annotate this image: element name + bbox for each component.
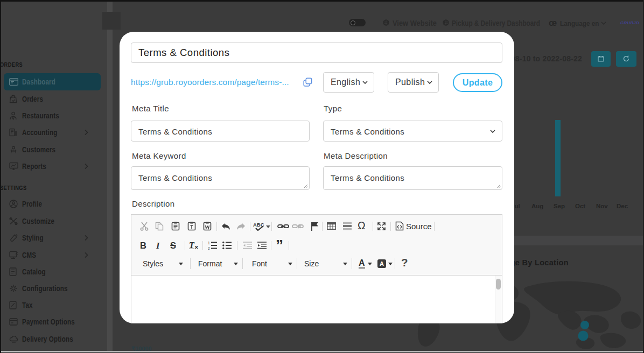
svg-text:2: 2 [208,246,210,250]
svg-text:1: 1 [208,241,210,245]
